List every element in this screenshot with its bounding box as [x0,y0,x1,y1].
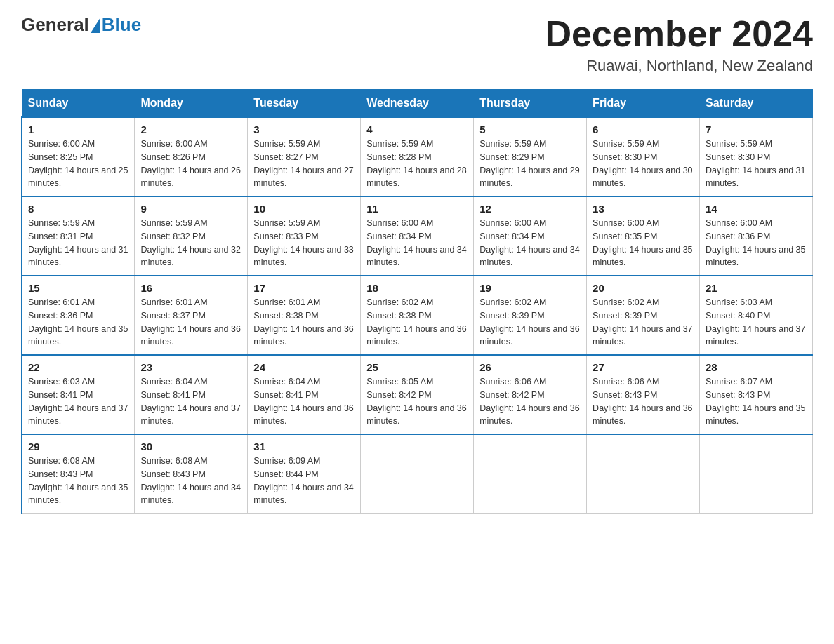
day-info: Sunrise: 6:06 AMSunset: 8:43 PMDaylight:… [593,377,692,426]
day-info: Sunrise: 6:08 AMSunset: 8:43 PMDaylight:… [28,456,128,505]
day-info: Sunrise: 5:59 AMSunset: 8:29 PMDaylight:… [479,139,579,188]
day-info: Sunrise: 6:00 AMSunset: 8:34 PMDaylight:… [366,218,466,267]
month-title: December 2024 [545,14,813,54]
day-number: 9 [140,203,241,215]
calendar-week-row: 15 Sunrise: 6:01 AMSunset: 8:36 PMDaylig… [22,276,813,355]
table-row: 8 Sunrise: 5:59 AMSunset: 8:31 PMDayligh… [22,196,135,276]
day-number: 30 [140,441,241,452]
day-number: 6 [593,123,694,135]
table-row: 29 Sunrise: 6:08 AMSunset: 8:43 PMDaylig… [22,434,135,514]
day-info: Sunrise: 6:06 AMSunset: 8:42 PMDaylight:… [479,377,579,426]
day-number: 1 [28,123,128,135]
day-info: Sunrise: 6:02 AMSunset: 8:39 PMDaylight:… [479,297,579,347]
day-number: 17 [253,282,355,294]
day-number: 15 [28,282,128,294]
day-number: 2 [140,123,241,135]
weekday-header-row: Sunday Monday Tuesday Wednesday Thursday… [22,90,813,118]
table-row: 19 Sunrise: 6:02 AMSunset: 8:39 PMDaylig… [474,276,587,355]
day-number: 23 [140,361,241,373]
header-friday: Friday [587,90,700,118]
table-row: 11 Sunrise: 6:00 AMSunset: 8:34 PMDaylig… [361,196,474,276]
table-row: 18 Sunrise: 6:02 AMSunset: 8:38 PMDaylig… [361,276,474,355]
table-row: 24 Sunrise: 6:04 AMSunset: 8:41 PMDaylig… [248,355,361,434]
day-info: Sunrise: 6:00 AMSunset: 8:26 PMDaylight:… [140,139,240,188]
day-info: Sunrise: 6:02 AMSunset: 8:38 PMDaylight:… [366,297,466,347]
table-row: 21 Sunrise: 6:03 AMSunset: 8:40 PMDaylig… [700,276,813,355]
day-info: Sunrise: 6:00 AMSunset: 8:36 PMDaylight:… [706,218,805,267]
header-thursday: Thursday [474,90,587,118]
header-tuesday: Tuesday [248,90,361,118]
day-info: Sunrise: 6:01 AMSunset: 8:38 PMDaylight:… [253,297,353,347]
table-row: 6 Sunrise: 5:59 AMSunset: 8:30 PMDayligh… [587,117,700,196]
table-row: 10 Sunrise: 5:59 AMSunset: 8:33 PMDaylig… [248,196,361,276]
location-text: Ruawai, Northland, New Zealand [545,57,813,75]
calendar-week-row: 1 Sunrise: 6:00 AMSunset: 8:25 PMDayligh… [22,117,813,196]
day-info: Sunrise: 6:01 AMSunset: 8:36 PMDaylight:… [28,297,128,347]
day-info: Sunrise: 6:03 AMSunset: 8:41 PMDaylight:… [28,377,128,426]
logo-blue-part: Blue [89,14,141,36]
table-row: 5 Sunrise: 5:59 AMSunset: 8:29 PMDayligh… [474,117,587,196]
day-number: 8 [28,203,128,215]
day-info: Sunrise: 5:59 AMSunset: 8:33 PMDaylight:… [253,218,353,267]
day-number: 28 [706,361,807,373]
day-number: 27 [593,361,694,373]
day-info: Sunrise: 6:05 AMSunset: 8:42 PMDaylight:… [366,377,466,426]
table-row: 2 Sunrise: 6:00 AMSunset: 8:26 PMDayligh… [135,117,248,196]
day-info: Sunrise: 6:00 AMSunset: 8:25 PMDaylight:… [28,139,128,188]
table-row: 26 Sunrise: 6:06 AMSunset: 8:42 PMDaylig… [474,355,587,434]
day-number: 19 [479,282,581,294]
day-info: Sunrise: 5:59 AMSunset: 8:27 PMDaylight:… [253,139,353,188]
day-number: 22 [28,361,128,373]
header-wednesday: Wednesday [361,90,474,118]
day-info: Sunrise: 5:59 AMSunset: 8:31 PMDaylight:… [28,218,128,267]
day-info: Sunrise: 6:03 AMSunset: 8:40 PMDaylight:… [706,297,805,347]
table-row: 12 Sunrise: 6:00 AMSunset: 8:34 PMDaylig… [474,196,587,276]
header-monday: Monday [135,90,248,118]
calendar-table: Sunday Monday Tuesday Wednesday Thursday… [21,89,813,514]
table-row: 4 Sunrise: 5:59 AMSunset: 8:28 PMDayligh… [361,117,474,196]
day-info: Sunrise: 6:04 AMSunset: 8:41 PMDaylight:… [140,377,240,426]
logo-triangle-icon [91,18,100,33]
table-row: 7 Sunrise: 5:59 AMSunset: 8:30 PMDayligh… [700,117,813,196]
header-sunday: Sunday [22,90,135,118]
day-info: Sunrise: 6:08 AMSunset: 8:43 PMDaylight:… [140,456,240,505]
logo: General Blue [21,14,141,36]
logo-general-text: General [21,14,89,36]
table-row: 17 Sunrise: 6:01 AMSunset: 8:38 PMDaylig… [248,276,361,355]
table-row: 14 Sunrise: 6:00 AMSunset: 8:36 PMDaylig… [700,196,813,276]
table-row: 23 Sunrise: 6:04 AMSunset: 8:41 PMDaylig… [135,355,248,434]
day-number: 25 [366,361,468,373]
day-number: 20 [593,282,694,294]
day-info: Sunrise: 6:00 AMSunset: 8:34 PMDaylight:… [479,218,579,267]
day-number: 13 [593,203,694,215]
day-number: 10 [253,203,355,215]
day-info: Sunrise: 6:01 AMSunset: 8:37 PMDaylight:… [140,297,240,347]
table-row: 1 Sunrise: 6:00 AMSunset: 8:25 PMDayligh… [22,117,135,196]
table-row [587,434,700,514]
day-number: 24 [253,361,355,373]
day-number: 14 [706,203,807,215]
calendar-week-row: 29 Sunrise: 6:08 AMSunset: 8:43 PMDaylig… [22,434,813,514]
table-row: 27 Sunrise: 6:06 AMSunset: 8:43 PMDaylig… [587,355,700,434]
day-number: 29 [28,441,128,452]
day-info: Sunrise: 6:02 AMSunset: 8:39 PMDaylight:… [593,297,692,347]
day-number: 18 [366,282,468,294]
table-row: 22 Sunrise: 6:03 AMSunset: 8:41 PMDaylig… [22,355,135,434]
header-saturday: Saturday [700,90,813,118]
logo-blue-text: Blue [102,14,141,36]
calendar-week-row: 22 Sunrise: 6:03 AMSunset: 8:41 PMDaylig… [22,355,813,434]
day-number: 4 [366,123,468,135]
day-number: 5 [479,123,581,135]
day-number: 12 [479,203,581,215]
table-row: 15 Sunrise: 6:01 AMSunset: 8:36 PMDaylig… [22,276,135,355]
table-row: 13 Sunrise: 6:00 AMSunset: 8:35 PMDaylig… [587,196,700,276]
calendar-week-row: 8 Sunrise: 5:59 AMSunset: 8:31 PMDayligh… [22,196,813,276]
table-row [474,434,587,514]
day-number: 21 [706,282,807,294]
day-info: Sunrise: 5:59 AMSunset: 8:30 PMDaylight:… [706,139,805,188]
table-row [361,434,474,514]
table-row: 28 Sunrise: 6:07 AMSunset: 8:43 PMDaylig… [700,355,813,434]
day-number: 16 [140,282,241,294]
table-row: 3 Sunrise: 5:59 AMSunset: 8:27 PMDayligh… [248,117,361,196]
table-row: 25 Sunrise: 6:05 AMSunset: 8:42 PMDaylig… [361,355,474,434]
